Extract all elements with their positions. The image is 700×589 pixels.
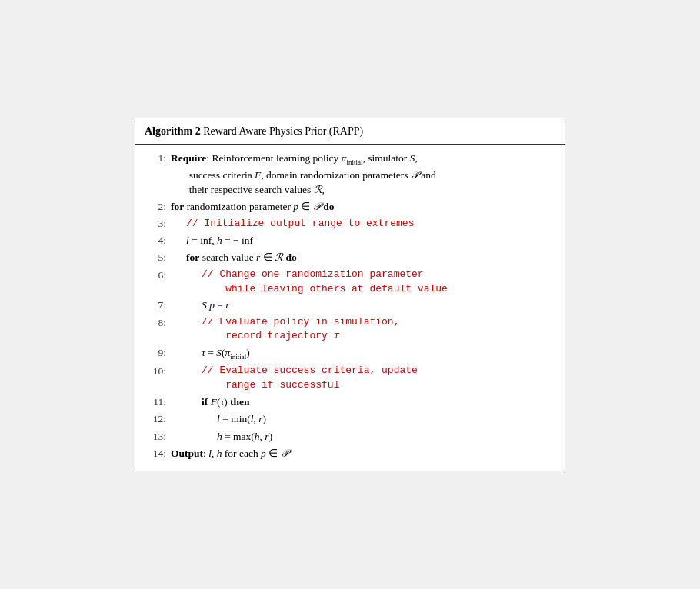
- line-content-12: l = min(l, r): [171, 411, 555, 427]
- algorithm-header: Algorithm 2 Reward Aware Physics Prior (…: [135, 118, 565, 145]
- line-content-2: for randomization parameter p ∈ 𝒫 do: [171, 199, 555, 215]
- line-content-1: Require: Reinforcement learning policy π…: [171, 151, 555, 198]
- line-11: 11: if F(τ) then: [145, 394, 555, 410]
- line-number-11: 11:: [145, 394, 166, 410]
- line-number-13: 13:: [145, 429, 166, 444]
- line-4: 4: l = inf, h = − inf: [145, 233, 555, 248]
- line-content-8: // Evaluate policy in simulation, record…: [171, 315, 555, 344]
- algorithm-label: Algorithm 2: [145, 125, 201, 137]
- line-number-9: 9:: [145, 345, 166, 361]
- line-number-8: 8:: [145, 315, 166, 331]
- line-number-2: 2:: [145, 199, 166, 215]
- line-content-3: // Initialize output range to extremes: [171, 216, 555, 231]
- line-number-14: 14:: [145, 446, 166, 461]
- line-content-9: τ = S(πinitial): [171, 345, 555, 362]
- line-number-6: 6:: [145, 268, 166, 283]
- line-3: 3: // Initialize output range to extreme…: [145, 216, 555, 231]
- line-content-14: Output: l, h for each p ∈ 𝒫: [171, 446, 555, 461]
- line-content-7: S.p = r: [171, 298, 555, 313]
- line-content-6: // Change one randomization parameter wh…: [171, 268, 555, 297]
- line-number-4: 4:: [145, 233, 166, 248]
- line-number-7: 7:: [145, 298, 166, 313]
- line-content-11: if F(τ) then: [171, 394, 555, 410]
- line-1: 1: Require: Reinforcement learning polic…: [145, 151, 555, 198]
- line-5: 5: for search value r ∈ ℛ do: [145, 250, 555, 265]
- line-content-5: for search value r ∈ ℛ do: [171, 250, 555, 265]
- line-number-12: 12:: [145, 411, 166, 427]
- line-6: 6: // Change one randomization parameter…: [145, 268, 555, 297]
- line-number-3: 3:: [145, 216, 166, 231]
- line-10: 10: // Evaluate success criteria, update…: [145, 364, 555, 393]
- line-12: 12: l = min(l, r): [145, 411, 555, 427]
- line-content-13: h = max(h, r): [171, 429, 555, 444]
- line-13: 13: h = max(h, r): [145, 429, 555, 444]
- line-number-10: 10:: [145, 364, 166, 379]
- line-number-1: 1:: [145, 151, 166, 166]
- line-8: 8: // Evaluate policy in simulation, rec…: [145, 315, 555, 344]
- line-2: 2: for randomization parameter p ∈ 𝒫 do: [145, 199, 555, 215]
- line-9: 9: τ = S(πinitial): [145, 345, 555, 362]
- algorithm-content: 1: Require: Reinforcement learning polic…: [135, 145, 565, 471]
- line-number-5: 5:: [145, 250, 166, 265]
- line-7: 7: S.p = r: [145, 298, 555, 313]
- line-14: 14: Output: l, h for each p ∈ 𝒫: [145, 446, 555, 461]
- line-content-10: // Evaluate success criteria, update ran…: [171, 364, 555, 393]
- line-content-4: l = inf, h = − inf: [171, 233, 555, 248]
- algorithm-box: Algorithm 2 Reward Aware Physics Prior (…: [135, 118, 565, 471]
- algorithm-title: Reward Aware Physics Prior (RAPP): [203, 125, 363, 137]
